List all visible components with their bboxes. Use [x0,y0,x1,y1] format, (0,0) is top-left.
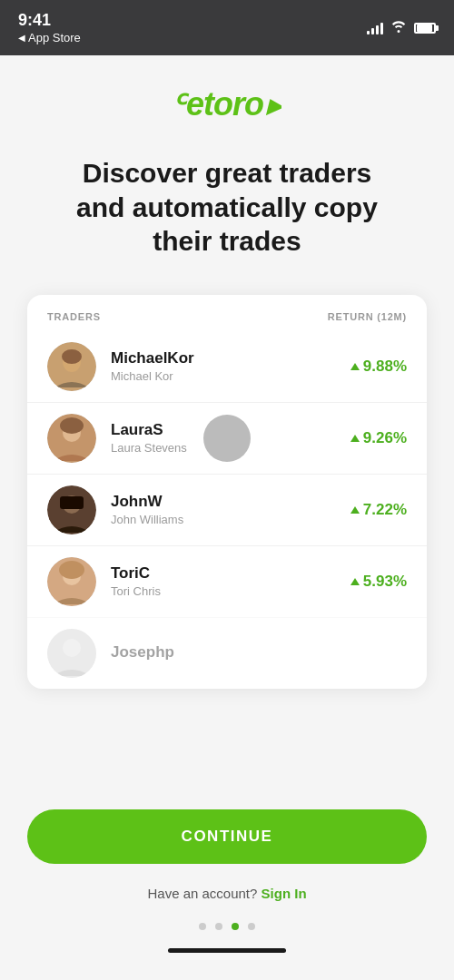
svg-point-17 [63,639,81,657]
return-arrow-up-icon [350,363,360,370]
svg-rect-12 [60,496,84,509]
trader-realname: Michael Kor [111,369,350,383]
signal-bar-4 [380,23,383,34]
etoro-svg: ᶜ etoro ▸ [173,83,281,123]
headline: Discover great traders and automatically… [54,156,400,259]
continue-button[interactable]: CONTINUE [27,809,427,864]
trader-info: Josephp [111,643,407,663]
trader-row[interactable]: Josephp [27,617,427,689]
trader-avatar [47,485,96,534]
signin-text: Have an account? [147,886,257,901]
svg-point-9 [60,417,84,434]
trader-row[interactable]: ToriCTori Chris 5.93% [27,545,427,617]
trader-username: ToriC [111,564,350,583]
trader-avatar [47,342,96,391]
status-icons [367,20,436,35]
trader-row[interactable]: LauraSLaura Stevens 9.26% [27,402,427,474]
svg-text:etoro: etoro [186,85,263,122]
status-back[interactable]: App Store [18,31,81,44]
return-value: 7.22% [363,501,407,519]
card-header: TRADERS RETURN (12M) [27,295,427,331]
trader-info: MichaelKorMichael Kor [111,349,350,383]
signal-bar-3 [376,25,379,34]
bottom-section: CONTINUE Have an account? Sign In [0,809,454,980]
trader-return: 9.88% [350,358,407,376]
return-value: 5.93% [363,573,407,591]
return-arrow-up-icon [350,506,360,514]
svg-point-6 [62,349,82,364]
svg-point-15 [59,561,84,579]
trader-row[interactable]: JohnWJohn Williams 7.22% [27,474,427,545]
trader-return: 5.93% [350,573,407,591]
trader-info: JohnWJohn Williams [111,493,350,526]
signal-bar-2 [371,28,374,34]
trader-realname: Tori Chris [111,584,350,598]
main-content: ᶜ etoro ▸ Discover great traders and aut… [0,55,454,809]
trader-avatar [47,629,96,678]
status-bar: 9:41 App Store [0,0,454,55]
page-dot-3[interactable] [232,923,239,930]
signin-prompt: Have an account? Sign In [147,886,306,901]
return-value: 9.26% [363,429,407,447]
page-dot-2[interactable] [215,923,222,930]
signal-bars [367,22,383,34]
traders-list: MichaelKorMichael Kor 9.88% LauraSLaura … [27,331,427,689]
traders-card: TRADERS RETURN (12M) MichaelKorMichael K… [27,295,427,689]
status-left: 9:41 App Store [18,11,81,44]
traders-column-label: TRADERS [47,311,101,322]
home-indicator [168,948,286,953]
signal-bar-1 [367,31,370,34]
trader-username: JohnW [111,493,350,511]
battery-icon [414,23,436,34]
wifi-icon [390,20,407,35]
page-dots [199,923,255,930]
svg-text:▸: ▸ [265,89,281,122]
return-value: 9.88% [363,358,407,376]
trader-row[interactable]: MichaelKorMichael Kor 9.88% [27,331,427,402]
trader-username: Josephp [111,643,407,662]
page-dot-1[interactable] [199,923,206,930]
trader-avatar [47,414,96,463]
signin-link[interactable]: Sign In [262,886,307,901]
logo-container: ᶜ etoro ▸ [173,83,281,131]
status-time: 9:41 [18,11,81,31]
trader-avatar [47,557,96,606]
return-column-label: RETURN (12M) [328,311,407,322]
page-dot-4[interactable] [248,923,255,930]
return-arrow-up-icon [350,578,360,585]
trader-realname: John Williams [111,513,350,526]
copy-badge [203,415,251,462]
trader-info: ToriCTori Chris [111,564,350,598]
trader-username: MichaelKor [111,349,350,368]
etoro-logo: ᶜ etoro ▸ [173,97,281,130]
return-arrow-up-icon [350,435,360,442]
trader-return: 7.22% [350,501,407,519]
trader-return: 9.26% [350,429,407,447]
